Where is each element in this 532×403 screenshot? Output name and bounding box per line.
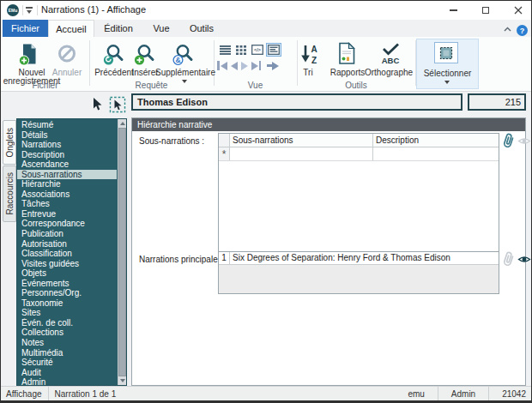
group-label-vue: Vue	[214, 81, 297, 90]
help-button[interactable]: ?	[517, 25, 528, 36]
status-record-id: 21042	[495, 389, 531, 399]
sidebar-item-publication[interactable]: Publication	[17, 229, 117, 239]
app-logo-icon[interactable]: EMu	[7, 4, 19, 16]
sub-narrations-table[interactable]: Sous-narrations Description *	[218, 133, 499, 262]
main-narration-list[interactable]: 1 Six Degrees of Separation: Henry Ford …	[218, 251, 499, 294]
new-row-marker: *	[219, 147, 230, 160]
reports-icon[interactable]	[337, 42, 357, 65]
sidebar-item-notes[interactable]: Notes	[17, 338, 117, 348]
view-details-button[interactable]	[266, 43, 281, 57]
query-additional-button[interactable]: Supplémentaire	[152, 69, 219, 77]
close-button[interactable]	[505, 1, 532, 20]
group-label-fichier: Fichier	[1, 81, 89, 90]
query-previous-icon[interactable]	[103, 43, 125, 66]
sidebar-item-taches[interactable]: Tâches	[17, 199, 117, 209]
eye-icon-inactive[interactable]	[517, 136, 531, 146]
query-insert-icon[interactable]	[134, 43, 156, 66]
sidebar-item-ascendance[interactable]: Ascendance	[17, 159, 117, 170]
new-record-icon[interactable]	[18, 43, 40, 66]
new-record-row[interactable]: *	[219, 147, 499, 161]
new-row-cell-description[interactable]	[373, 147, 499, 160]
pointer-cursor-icon[interactable]	[90, 97, 104, 111]
sidebar-item-description[interactable]: Description	[17, 150, 117, 160]
sidebar-item-hierarchie[interactable]: Hiérarchie	[17, 179, 117, 189]
svg-text:ABC: ABC	[382, 56, 400, 65]
svg-text:</>: </>	[254, 47, 261, 52]
app-window: EMu Narrations (1) - Affichage Fichier A…	[0, 0, 532, 403]
sort-icon[interactable]: A Z	[299, 43, 320, 66]
select-icon-frame	[434, 42, 458, 63]
pointer-select-region-icon[interactable]	[109, 96, 126, 113]
side-tab-onglets[interactable]: Onglets	[3, 120, 16, 165]
view-grid-button[interactable]	[233, 43, 249, 57]
quick-access-dropdown-icon[interactable]	[26, 7, 33, 14]
scrollbar-thumb[interactable]	[118, 128, 126, 376]
select-button-label: Sélectionner	[417, 69, 478, 78]
sidebar-item-autorisation[interactable]: Autorisation	[17, 239, 117, 250]
main-panel: Hiérarchie narrative Sous-narrations : S…	[131, 117, 526, 386]
sidebar-item-personnes-org[interactable]: Personnes/Org.	[17, 288, 117, 298]
sidebar-item-correspondance[interactable]: Correspondance	[17, 219, 117, 229]
spelling-button[interactable]: Orthographe	[361, 69, 416, 77]
scroll-down-icon[interactable]	[118, 376, 126, 385]
window-title: Narrations (1) - Affichage	[41, 4, 146, 15]
group-separator	[297, 40, 298, 86]
main-narration-label: Narrations principale :	[139, 255, 222, 264]
sidebar-item-sites[interactable]: Sites	[17, 308, 117, 318]
sidebar-item-entrevue[interactable]: Entrevue	[17, 209, 117, 220]
query-additional-icon[interactable]: &	[172, 43, 195, 66]
record-number: 215	[505, 97, 521, 107]
minimize-button[interactable]	[439, 1, 467, 20]
sidebar-item-narrations[interactable]: Narrations	[17, 140, 117, 150]
new-row-cell-sous-narrations[interactable]	[230, 147, 373, 160]
view-code-button[interactable]: </>	[250, 43, 265, 57]
status-record-info: Narration 1 de 1	[55, 389, 117, 399]
first-record-button[interactable]	[217, 61, 227, 70]
sidebar-item-collections[interactable]: Collections	[17, 328, 117, 338]
sidebar-scrollbar[interactable]	[118, 119, 126, 385]
tab-outils[interactable]: Outils	[180, 20, 223, 37]
previous-record-button[interactable]	[231, 62, 238, 70]
sidebar-item-securite[interactable]: Sécurité	[17, 358, 117, 368]
side-tab-raccourcis[interactable]: Raccourcis	[3, 165, 16, 222]
sidebar-item-evenements[interactable]: Événements	[17, 279, 117, 289]
view-list-button[interactable]	[217, 43, 233, 57]
tab-fichier[interactable]: Fichier	[3, 20, 48, 37]
tab-accueil[interactable]: Accueil	[48, 20, 94, 37]
sidebar-item-audit[interactable]: Audit	[17, 368, 117, 378]
last-record-button[interactable]	[251, 61, 262, 70]
select-button[interactable]: Sélectionner	[416, 39, 479, 89]
sidebar-item-associations[interactable]: Associations	[17, 189, 117, 200]
next-record-button[interactable]	[241, 62, 248, 70]
status-bar: Affichage Narration 1 de 1 emu Admin 210…	[1, 386, 531, 400]
narration-row[interactable]: 1 Six Degrees of Separation: Henry Ford …	[219, 252, 499, 265]
maximize-button[interactable]	[472, 1, 499, 20]
record-navigation	[217, 61, 279, 70]
attachment-icon-inactive[interactable]	[499, 250, 517, 269]
status-role: Admin	[444, 389, 482, 399]
sidebar-item-taxonomie[interactable]: Taxonomie	[17, 298, 117, 309]
column-header-description: Description	[373, 134, 499, 147]
tab-edition[interactable]: Édition	[94, 20, 142, 37]
sidebar-item-visites-guidees[interactable]: Visites guidées	[17, 259, 117, 269]
sidebar-item-sous-narrations[interactable]: Sous-narrations	[17, 170, 117, 180]
sidebar-item-even-de-coll[interactable]: Évén. de coll.	[17, 318, 117, 328]
goto-record-button[interactable]	[267, 62, 279, 70]
eye-icon-active[interactable]	[517, 255, 531, 264]
titlebar-separator	[22, 5, 23, 15]
sort-button[interactable]: Tri	[298, 69, 318, 77]
scroll-up-icon[interactable]	[118, 119, 126, 128]
attachment-icon-active[interactable]	[499, 131, 517, 151]
tab-vue[interactable]: Vue	[142, 20, 180, 37]
spelling-icon[interactable]: ABC	[378, 42, 402, 65]
sidebar-item-objets[interactable]: Objets	[17, 268, 117, 279]
column-header-sous-narrations: Sous-narrations	[230, 134, 373, 147]
sidebar-item-resume[interactable]: Résumé	[17, 120, 117, 130]
narration-row-number: 1	[219, 252, 230, 264]
view-details-icon	[268, 45, 280, 55]
sidebar-item-classification[interactable]: Classification	[17, 249, 117, 259]
collapse-ribbon-icon[interactable]	[504, 27, 511, 32]
sidebar-item-details[interactable]: Détails	[17, 130, 117, 141]
status-mode: Affichage	[1, 389, 42, 399]
sidebar-item-multimedia[interactable]: Multimédia	[17, 348, 117, 358]
